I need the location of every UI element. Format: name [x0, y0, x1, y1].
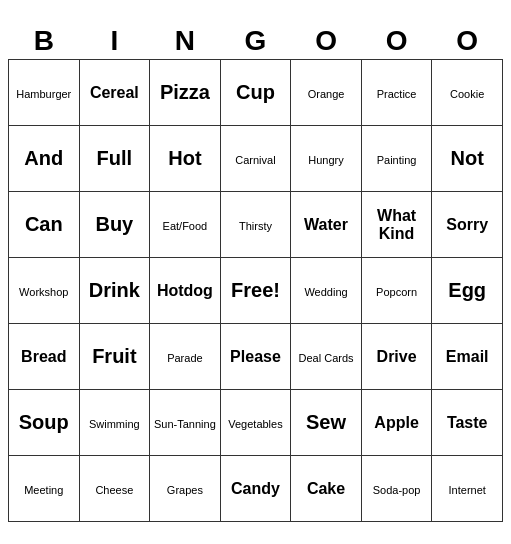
- bingo-cell: Full: [79, 126, 150, 192]
- bingo-cell: Cake: [291, 456, 362, 522]
- bingo-cell: Deal Cards: [291, 324, 362, 390]
- bingo-cell: Free!: [220, 258, 291, 324]
- table-row: HamburgerCerealPizzaCupOrangePracticeCoo…: [9, 60, 503, 126]
- bingo-cell: Eat/Food: [150, 192, 221, 258]
- bingo-header-N: N: [150, 22, 221, 60]
- bingo-cell: What Kind: [361, 192, 432, 258]
- bingo-cell: Email: [432, 324, 503, 390]
- bingo-cell: Egg: [432, 258, 503, 324]
- bingo-cell: Wedding: [291, 258, 362, 324]
- bingo-cell: Cheese: [79, 456, 150, 522]
- table-row: WorkshopDrinkHotdogFree!WeddingPopcornEg…: [9, 258, 503, 324]
- bingo-cell: Vegetables: [220, 390, 291, 456]
- bingo-header-G: G: [220, 22, 291, 60]
- bingo-cell: Soup: [9, 390, 80, 456]
- bingo-cell: Thirsty: [220, 192, 291, 258]
- bingo-header-O: O: [432, 22, 503, 60]
- bingo-cell: Cup: [220, 60, 291, 126]
- bingo-cell: Hot: [150, 126, 221, 192]
- bingo-cell: Apple: [361, 390, 432, 456]
- table-row: AndFullHotCarnivalHungryPaintingNot: [9, 126, 503, 192]
- bingo-cell: Hungry: [291, 126, 362, 192]
- bingo-cell: Soda-pop: [361, 456, 432, 522]
- bingo-cell: Popcorn: [361, 258, 432, 324]
- bingo-cell: Cereal: [79, 60, 150, 126]
- table-row: CanBuyEat/FoodThirstyWaterWhat KindSorry: [9, 192, 503, 258]
- bingo-cell: Internet: [432, 456, 503, 522]
- bingo-cell: Cookie: [432, 60, 503, 126]
- bingo-cell: Hamburger: [9, 60, 80, 126]
- bingo-cell: Sun-Tanning: [150, 390, 221, 456]
- bingo-header-O: O: [361, 22, 432, 60]
- bingo-cell: Grapes: [150, 456, 221, 522]
- bingo-cell: Drink: [79, 258, 150, 324]
- bingo-cell: Parade: [150, 324, 221, 390]
- bingo-header-I: I: [79, 22, 150, 60]
- bingo-cell: Can: [9, 192, 80, 258]
- bingo-card: BINGOOO HamburgerCerealPizzaCupOrangePra…: [8, 22, 503, 523]
- table-row: SoupSwimmingSun-TanningVegetablesSewAppl…: [9, 390, 503, 456]
- bingo-cell: Swimming: [79, 390, 150, 456]
- bingo-cell: Practice: [361, 60, 432, 126]
- table-row: MeetingCheeseGrapesCandyCakeSoda-popInte…: [9, 456, 503, 522]
- bingo-cell: And: [9, 126, 80, 192]
- bingo-cell: Workshop: [9, 258, 80, 324]
- bingo-cell: Bread: [9, 324, 80, 390]
- bingo-cell: Candy: [220, 456, 291, 522]
- bingo-cell: Fruit: [79, 324, 150, 390]
- bingo-cell: Buy: [79, 192, 150, 258]
- bingo-cell: Please: [220, 324, 291, 390]
- bingo-cell: Carnival: [220, 126, 291, 192]
- bingo-cell: Meeting: [9, 456, 80, 522]
- bingo-cell: Painting: [361, 126, 432, 192]
- bingo-cell: Orange: [291, 60, 362, 126]
- bingo-cell: Sew: [291, 390, 362, 456]
- table-row: BreadFruitParadePleaseDeal CardsDriveEma…: [9, 324, 503, 390]
- bingo-cell: Water: [291, 192, 362, 258]
- bingo-cell: Drive: [361, 324, 432, 390]
- bingo-cell: Not: [432, 126, 503, 192]
- bingo-header-O: O: [291, 22, 362, 60]
- bingo-cell: Taste: [432, 390, 503, 456]
- bingo-cell: Hotdog: [150, 258, 221, 324]
- bingo-cell: Pizza: [150, 60, 221, 126]
- bingo-cell: Sorry: [432, 192, 503, 258]
- bingo-header-B: B: [9, 22, 80, 60]
